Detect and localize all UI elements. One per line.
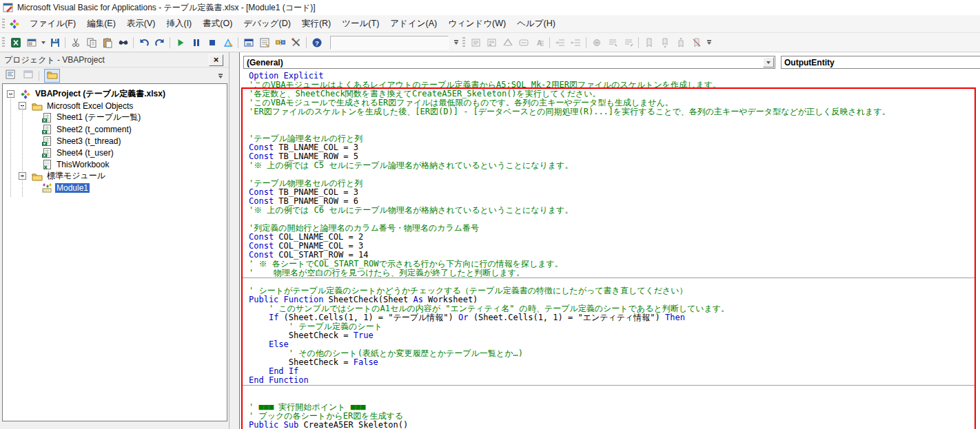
indent-button[interactable] [552, 35, 568, 50]
complete-word-button[interactable]: A [531, 35, 547, 50]
code-line[interactable]: Const COL_START_ROW = 14 [243, 251, 975, 260]
menu-f[interactable]: ファイル(F) [24, 15, 81, 32]
menu-grip[interactable] [2, 19, 5, 30]
toggle-bookmark-button[interactable] [641, 35, 657, 50]
code-line[interactable]: ' その他のシート(表紙とか変更履歴とかテーブル一覧とか…) [243, 349, 975, 358]
toolbar-grip[interactable] [462, 37, 465, 48]
view-excel-button[interactable] [8, 35, 23, 50]
tree-item-sheet2-t-comment[interactable]: Sheet2 (t_comment) [3, 123, 227, 135]
code-line[interactable] [243, 116, 975, 125]
code-line[interactable]: '列定義の開始行と論理名のカラム番号・物理名のカラム番号 [243, 224, 975, 233]
code-line[interactable]: Const TB_LNAME_ROW = 5 [243, 152, 975, 161]
toolbar-options-button[interactable] [451, 35, 460, 50]
code-line[interactable]: End Function [243, 376, 975, 385]
menu-w[interactable]: ウィンドウ(W) [442, 15, 511, 32]
tree-item-[interactable]: 標準モジュール [3, 170, 227, 182]
code-line[interactable]: Const TB_LNAME_COL = 3 [243, 143, 975, 152]
copy-button[interactable] [83, 35, 99, 50]
code-line[interactable] [243, 394, 975, 403]
comment-block-button[interactable] [604, 35, 620, 50]
insert-object-dropdown-arrow[interactable] [39, 35, 47, 50]
design-mode-button[interactable] [220, 35, 236, 50]
menu-e[interactable]: 編集(E) [81, 15, 121, 32]
list-properties-button[interactable] [468, 35, 484, 50]
clear-bookmarks-button[interactable] [688, 35, 704, 50]
code-line[interactable]: 'ER図ファイルのスケルトンを生成した後、[ER図(D)] - [データベースと… [243, 107, 975, 116]
code-line[interactable]: Public Sub CreateA5ER_Skeleton() [243, 421, 975, 429]
code-line[interactable]: Const TB_PNAME_COL = 3 [243, 188, 975, 197]
menu-o[interactable]: 書式(O) [197, 15, 238, 32]
list-constants-button[interactable] [484, 35, 500, 50]
menu-v[interactable]: 表示(V) [121, 15, 161, 32]
next-bookmark-button[interactable] [657, 35, 673, 50]
code-line[interactable]: Public Function SheetCheck(Sheet As Work… [243, 295, 975, 304]
tree-item-vbaproject-xlsx[interactable]: VBAProject (テーブル定義書.xlsx) [3, 88, 227, 100]
toolbar-grip[interactable] [2, 37, 5, 48]
code-line[interactable]: ' ブックの各シートからER図を生成する [243, 412, 975, 421]
code-line[interactable]: ' テーブル定義のシート [243, 322, 975, 331]
code-line[interactable]: 'テーブル物理名セルの行と列 [243, 179, 975, 188]
code-line[interactable]: SheetCheck = False [243, 358, 975, 367]
tree-item-sheet1[interactable]: Sheet1 (テーブル一覧) [3, 112, 227, 123]
cut-button[interactable] [68, 35, 83, 50]
code-line[interactable] [243, 215, 975, 224]
procedure-dropdown[interactable]: OutputEntity [781, 56, 980, 69]
undo-button[interactable] [136, 35, 152, 50]
project-toolbar-options-button[interactable] [216, 68, 225, 83]
tree-item-sheet4-t-user[interactable]: Sheet4 (t_user) [3, 147, 227, 158]
menu-d[interactable]: デバッグ(D) [238, 15, 296, 32]
break-button[interactable] [188, 35, 204, 50]
tree-item-sheet3-t-thread[interactable]: Sheet3 (t_thread) [3, 135, 227, 147]
code-line[interactable]: End If [243, 367, 975, 376]
menu-i[interactable]: 挿入(I) [161, 15, 197, 32]
toolbox-button[interactable] [288, 35, 304, 50]
tree-item-module1[interactable]: Module1 [3, 182, 227, 193]
code-line[interactable]: 'このVBAモジュールで生成されるER図ファイルは最低限のものです。各列の主キー… [243, 98, 975, 107]
tree-item-microsoft-excel-objects[interactable]: Microsoft Excel Objects [3, 100, 227, 112]
code-line[interactable] [243, 125, 975, 134]
toggle-breakpoint-button[interactable] [589, 35, 604, 50]
menu-r[interactable]: 実行(R) [296, 15, 336, 32]
menu-t[interactable]: ツール(T) [336, 15, 385, 32]
run-button[interactable] [172, 35, 188, 50]
paste-button[interactable] [99, 35, 115, 50]
toolbar-options-button[interactable] [704, 35, 713, 50]
parameter-info-button[interactable] [515, 35, 531, 50]
code-line[interactable]: ' ■■■ 実行開始ポイント ■■■ [243, 403, 975, 412]
insert-userform-button[interactable] [23, 35, 39, 50]
view-object-button[interactable] [20, 69, 36, 83]
code-line[interactable]: ' シートがテーブル定義のシートかどうかチェックする（テーブル定義書の特徴にした… [243, 286, 975, 295]
menu-a[interactable]: アドイン(A) [385, 15, 442, 32]
code-line[interactable]: Else [243, 340, 975, 349]
save-button[interactable] [47, 35, 63, 50]
code-line[interactable]: Const COL_LNAME_COL = 2 [243, 233, 975, 242]
code-line[interactable]: 'テーブル論理名セルの行と列 [243, 134, 975, 143]
properties-window-button[interactable] [256, 35, 272, 50]
code-line[interactable]: Option Explicit [243, 72, 975, 81]
code-editor[interactable]: Option Explicit'このVBAモジュールはよくあるレイアウトのテーブ… [240, 70, 980, 429]
code-line[interactable]: '※ 上の例では C6 セルにテーブル物理名が格納されているということになります… [243, 206, 975, 215]
uncomment-block-button[interactable] [620, 35, 636, 50]
code-line[interactable]: ' このサンプルではシートのA1セルの内容が "エンティティ名" の時、テーブル… [243, 304, 975, 313]
procedure-separator[interactable] [243, 278, 975, 286]
object-dropdown-arrow[interactable] [763, 57, 774, 67]
quick-info-button[interactable] [500, 35, 515, 50]
code-line[interactable]: If (Sheet.Cells(1, 1) = "テーブル情報") Or (Sh… [243, 313, 975, 322]
tree-item-thisworkbook[interactable]: ThisWorkbook [3, 158, 227, 170]
toggle-folders-button[interactable] [44, 69, 60, 83]
redo-button[interactable] [152, 35, 167, 50]
code-line[interactable]: '各定数と、SheetCheck関数を書き換えてCreateA5ER_Skele… [243, 90, 975, 98]
project-panel-close-button[interactable]: × [209, 54, 223, 66]
code-line[interactable]: '※ 上の例では C5 セルにテーブル論理名が格納されているということになります… [243, 161, 975, 170]
code-line[interactable]: ' 物理名が空白の行を見つけたら、列定義が終了したと判断します。 [243, 269, 975, 278]
find-button[interactable] [115, 35, 131, 50]
object-browser-button[interactable] [272, 35, 288, 50]
menu-h[interactable]: ヘルプ(H) [511, 15, 561, 32]
code-line[interactable]: 'このVBAモジュールはよくあるレイアウトのテーブル定義書からA5:SQL Mk… [243, 81, 975, 90]
code-line[interactable]: ' ※ 各シートでCOL_START_ROWで示される行から下方向に行の情報を探… [243, 260, 975, 269]
code-line[interactable]: SheetCheck = True [243, 331, 975, 340]
help-button[interactable]: ? [309, 35, 325, 50]
code-line[interactable]: Const COL_PNAME_COL = 3 [243, 242, 975, 251]
module-window-icon[interactable] [9, 19, 20, 30]
project-explorer-button[interactable] [241, 35, 256, 50]
